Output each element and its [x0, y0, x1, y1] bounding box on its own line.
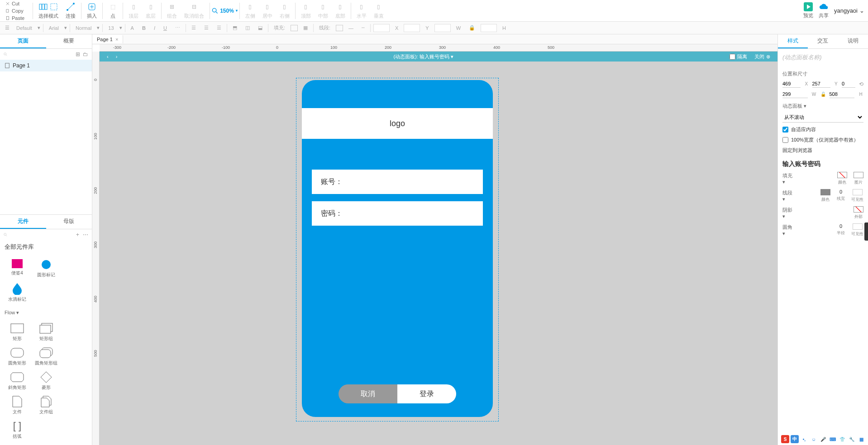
ime-emoji-icon[interactable]: ☺ [810, 435, 818, 443]
widget-rounded-rect-group[interactable]: 圆角矩形组 [32, 345, 61, 369]
side-handle[interactable] [864, 222, 868, 241]
x-input[interactable] [782, 80, 801, 88]
ime-chinese-icon[interactable]: 中 [791, 435, 799, 443]
fill-image-button[interactable]: ▦ [300, 24, 310, 32]
fill-color-swatch[interactable]: 颜色 [837, 172, 847, 185]
color-picker[interactable]: A [128, 24, 137, 32]
align-center-button[interactable]: ☰ [201, 24, 211, 32]
widget-rounded-rect[interactable]: 圆角矩形 [3, 345, 32, 369]
rotation-input[interactable] [842, 80, 855, 88]
w-input[interactable] [782, 90, 808, 98]
copy-button[interactable]: Copy [4, 8, 26, 14]
tab-notes[interactable]: 说明 [838, 34, 868, 48]
valign-top-button[interactable]: ⬒ [230, 24, 240, 32]
ime-grid-icon[interactable]: ▦ [857, 435, 865, 443]
isolate-button[interactable]: 隔离 [726, 53, 751, 60]
ime-tool-icon[interactable]: 🔧 [848, 435, 856, 443]
lock-icon[interactable]: 🔓 [820, 92, 826, 97]
ime-skin-icon[interactable]: 👕 [838, 435, 846, 443]
line-color-swatch[interactable] [336, 25, 343, 31]
zoom-control[interactable]: 150% ▾ [212, 8, 238, 14]
line-width-button[interactable]: — [346, 24, 356, 32]
widget-bracket[interactable]: [ ]括弧 [3, 418, 32, 442]
tab-widgets[interactable]: 元件 [0, 215, 46, 229]
border-color-swatch[interactable]: 颜色 [820, 189, 830, 203]
select-mode-tool[interactable]: 选择模式 [38, 2, 58, 19]
valign-bot-button[interactable]: ⬓ [255, 24, 265, 32]
h-input[interactable] [830, 90, 855, 98]
scroll-behavior-select[interactable]: 从不滚动 [782, 112, 863, 123]
connect-tool[interactable]: 连接 [66, 2, 76, 19]
corner-radius-input[interactable]: 0半径 [837, 223, 845, 237]
pages-search-input[interactable] [10, 52, 72, 57]
page-item-page1[interactable]: Page 1 [0, 60, 92, 71]
corner-visibility[interactable]: 可见性 [851, 223, 863, 237]
border-visibility[interactable]: 可见性 [851, 189, 863, 203]
tab-style[interactable]: 样式 [778, 34, 808, 48]
align-right-button[interactable]: ☰ [214, 24, 224, 32]
layer-front-tool[interactable]: ▯顶层 [129, 2, 138, 19]
widget-sticky[interactable]: 便签4 [3, 256, 32, 281]
pin-browser-link[interactable]: 固定到浏览器 [782, 147, 863, 154]
logo-placeholder[interactable]: logo [302, 108, 493, 139]
tab-pages[interactable]: 页面 [0, 34, 46, 48]
workspace[interactable]: ‹ › (动态面板): 输入账号密码 ▾ 隔离 关闭 ⊗ logo 账号： 密码… [100, 52, 777, 445]
valign-mid-button[interactable]: ◫ [243, 24, 253, 32]
line-style-button[interactable]: ┄ [359, 24, 367, 32]
widget-file[interactable]: 文件 [3, 393, 32, 418]
shadow-outer[interactable]: 外部 [854, 206, 863, 220]
border-width-input[interactable]: 0线宽 [837, 189, 845, 203]
fill-image-swatch[interactable]: 图片 [854, 172, 863, 185]
full-width-checkbox[interactable]: 100%宽度（仅浏览器中有效） [782, 137, 863, 143]
widget-file-group[interactable]: 文件组 [32, 393, 61, 418]
w-coord-input[interactable] [434, 24, 451, 32]
ime-punct-icon[interactable]: •, [800, 435, 808, 443]
bold-button[interactable]: B [139, 24, 148, 32]
add-icon[interactable]: + [75, 231, 80, 238]
close-panel-button[interactable]: 关闭 ⊗ [751, 53, 774, 60]
font-size-select[interactable]: 13 [105, 24, 116, 32]
layer-back-tool[interactable]: ▯底层 [146, 2, 156, 19]
group-tool[interactable]: ⊞组合 [167, 2, 177, 19]
more-icon[interactable]: ⋯ [83, 231, 88, 238]
font-weight-select[interactable]: Normal [73, 24, 94, 32]
widget-drop-marker[interactable]: 水滴标记 [3, 281, 32, 305]
style-preset-select[interactable]: Default [14, 24, 35, 32]
account-input[interactable]: 账号： [312, 170, 483, 194]
lib-title-select[interactable]: 全部元件库 [0, 240, 92, 254]
ungroup-tool[interactable]: ⊟取消组合 [184, 2, 204, 19]
nav-prev-icon[interactable]: ‹ [103, 54, 112, 59]
h-coord-input[interactable] [481, 24, 497, 32]
password-input[interactable]: 密码： [312, 201, 483, 226]
y-coord-input[interactable] [404, 24, 420, 32]
widget-rect[interactable]: 矩形 [3, 320, 32, 345]
point-tool[interactable]: ⬚点 [108, 2, 117, 19]
close-icon[interactable]: × [115, 37, 118, 42]
tab-outline[interactable]: 概要 [46, 34, 92, 48]
underline-button[interactable]: U [161, 24, 170, 32]
user-menu[interactable]: yangyaoi ⌄ [834, 7, 864, 14]
ime-mic-icon[interactable]: 🎤 [819, 435, 827, 443]
cut-button[interactable]: Cut [4, 0, 26, 7]
align-left-button[interactable]: ☰ [189, 24, 199, 32]
tab-masters[interactable]: 母版 [46, 215, 92, 229]
tab-interaction[interactable]: 交互 [808, 34, 838, 48]
panel-name-input[interactable]: (动态面板名称) [782, 49, 863, 66]
fill-swatch[interactable] [291, 25, 298, 31]
cancel-button[interactable]: 取消 [339, 384, 397, 403]
fit-content-checkbox[interactable]: 自适应内容 [782, 126, 863, 133]
widget-circle-marker[interactable]: 圆形标记 [32, 256, 61, 281]
share-button[interactable]: 共享 [819, 2, 829, 19]
ime-keyboard-icon[interactable]: ⌨ [829, 435, 837, 443]
widget-bevel-rect[interactable]: 斜角矩形 [3, 369, 32, 393]
widget-rect-group[interactable]: 矩形组 [32, 320, 61, 345]
outline-toggle-icon[interactable]: ☰ [4, 24, 11, 32]
widgets-search-input[interactable] [10, 232, 72, 237]
preview-button[interactable]: 预览 [803, 2, 813, 19]
document-tab[interactable]: Page 1 × [92, 35, 123, 43]
add-page-icon[interactable]: ⊞ [75, 51, 80, 58]
paste-button[interactable]: Paste [4, 15, 26, 21]
x-coord-input[interactable] [373, 24, 390, 32]
login-button[interactable]: 登录 [397, 384, 456, 403]
insert-tool[interactable]: 插入 [87, 2, 97, 19]
